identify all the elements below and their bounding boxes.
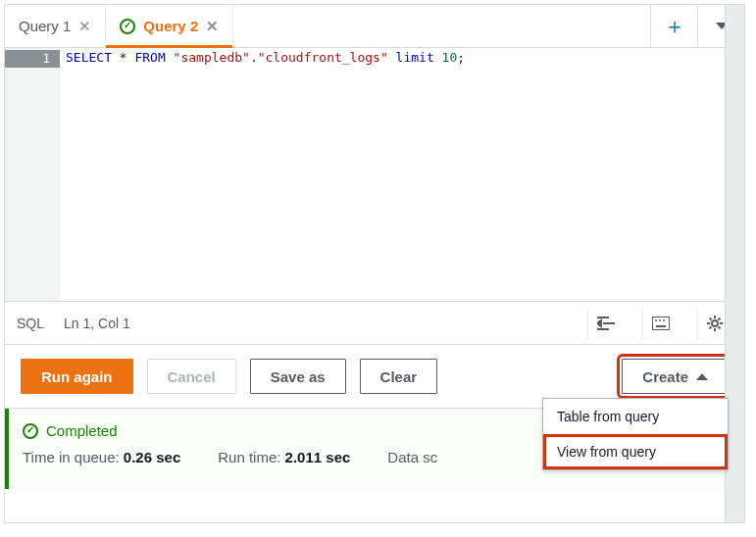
editor-status-bar: SQL Ln 1, Col 1 — [5, 301, 744, 344]
run-again-button[interactable]: Run again — [21, 359, 133, 394]
add-tab-button[interactable]: ＋ — [650, 5, 697, 47]
format-icon — [597, 317, 615, 330]
close-icon[interactable]: ✕ — [206, 19, 219, 33]
tab-query-1[interactable]: Query 1 ✕ — [5, 5, 106, 47]
metric-scanned: Data sc — [387, 449, 437, 465]
sql-number: 10 — [442, 50, 458, 65]
editor-code[interactable]: SELECT * FROM "sampledb"."cloudfront_log… — [60, 48, 744, 301]
tab-bar: Query 1 ✕ Query 2 ✕ ＋ — [5, 5, 744, 48]
svg-rect-4 — [656, 325, 666, 327]
keyboard-button[interactable] — [642, 308, 678, 339]
action-bar: Run again Cancel Save as Clear Create Ta… — [5, 344, 744, 408]
svg-point-3 — [663, 319, 665, 321]
svg-point-1 — [655, 319, 657, 321]
editor-cursor-pos: Ln 1, Col 1 — [64, 316, 130, 331]
gear-icon — [706, 315, 724, 332]
close-icon[interactable]: ✕ — [78, 19, 91, 33]
check-circle-icon — [120, 19, 135, 34]
sql-string: "sampledb" — [174, 50, 250, 65]
sql-keyword: FROM — [134, 50, 165, 65]
chevron-up-icon — [696, 373, 708, 380]
format-button[interactable] — [587, 308, 623, 339]
sql-editor[interactable]: 1 SELECT * FROM "sampledb"."cloudfront_l… — [5, 48, 744, 301]
sql-keyword: SELECT — [66, 50, 112, 65]
editor-language: SQL — [17, 316, 44, 331]
menu-item-table-from-query[interactable]: Table from query — [543, 399, 728, 434]
tab-label: Query 1 — [19, 18, 71, 34]
editor-gutter: 1 — [5, 48, 60, 301]
cancel-button: Cancel — [147, 359, 236, 394]
sql-string: "cloudfront_logs" — [258, 50, 388, 65]
sql-keyword: limit — [396, 50, 434, 65]
tab-label: Query 2 — [143, 18, 198, 34]
create-button[interactable]: Create — [622, 359, 729, 394]
menu-item-view-from-query[interactable]: View from query — [543, 434, 728, 469]
tab-query-2[interactable]: Query 2 ✕ — [106, 5, 233, 47]
svg-point-5 — [712, 320, 718, 326]
keyboard-icon — [652, 317, 670, 330]
metric-runtime: Run time: 2.011 sec — [218, 449, 350, 465]
save-as-button[interactable]: Save as — [250, 359, 346, 394]
line-number: 1 — [5, 50, 60, 68]
check-circle-icon — [23, 423, 38, 439]
metric-queue: Time in queue: 0.26 sec — [23, 449, 180, 465]
create-menu: Table from query View from query — [542, 398, 729, 470]
svg-rect-0 — [652, 317, 669, 329]
clear-button[interactable]: Clear — [360, 359, 438, 394]
status-label: Completed — [46, 422, 118, 439]
svg-point-2 — [659, 319, 661, 321]
